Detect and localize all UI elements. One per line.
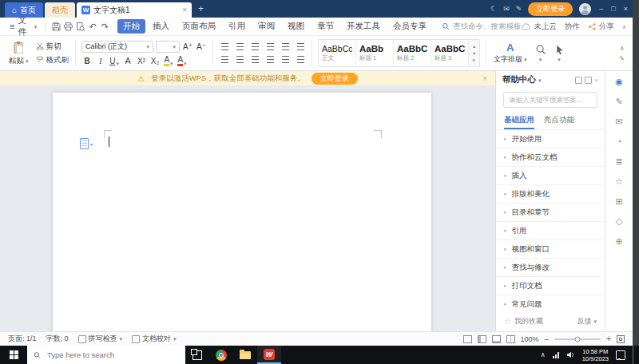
- format-painter-button[interactable]: 格式刷: [36, 55, 69, 65]
- help-panel-expand-icon[interactable]: [585, 77, 592, 84]
- caret-down-icon[interactable]: ▾: [538, 77, 542, 83]
- decrease-font-button[interactable]: A⁻: [196, 41, 207, 52]
- note-icon[interactable]: ✎: [516, 5, 522, 13]
- feedback-button[interactable]: 反馈 ▾: [577, 316, 597, 326]
- mail-icon[interactable]: ✉: [615, 117, 622, 126]
- document-page[interactable]: ▾: [53, 93, 431, 331]
- favorites-button[interactable]: 我的收藏: [514, 316, 543, 326]
- chrome-button[interactable]: [209, 346, 233, 364]
- help-topic-item[interactable]: ▸开始使用: [496, 130, 605, 148]
- justify-button[interactable]: [264, 55, 276, 64]
- zoom-in-button[interactable]: +: [606, 335, 611, 343]
- help-topic-item[interactable]: ▸视图和窗口: [496, 240, 605, 259]
- banner-login-button[interactable]: 立即登录: [312, 73, 358, 85]
- cut-button[interactable]: 剪切: [36, 42, 69, 52]
- collaborate-button[interactable]: 协作: [565, 22, 580, 32]
- pen-icon[interactable]: ✎: [615, 97, 622, 106]
- file-explorer-button[interactable]: [233, 346, 257, 364]
- help-topic-item[interactable]: ▸插入: [496, 167, 605, 185]
- new-tab-button[interactable]: +: [198, 3, 204, 14]
- shading-button[interactable]: [295, 55, 306, 64]
- wps-taskbar-button[interactable]: W: [257, 346, 281, 364]
- show-desktop-button[interactable]: [633, 346, 637, 364]
- banner-close-icon[interactable]: ×: [482, 74, 487, 83]
- avatar[interactable]: [579, 3, 591, 15]
- doc-assistant-button[interactable]: ▾: [80, 138, 93, 149]
- taskbar-search-input[interactable]: [46, 350, 179, 360]
- strikethrough-button[interactable]: A: [122, 55, 133, 66]
- subscript-button[interactable]: X₂: [149, 55, 161, 66]
- font-color-button[interactable]: A▾: [177, 55, 188, 66]
- styles-scroll-up-icon[interactable]: ▴: [473, 43, 475, 49]
- help-tab-highlight[interactable]: 亮点功能: [544, 112, 574, 129]
- ribbon-tab-section[interactable]: 章节: [312, 19, 339, 34]
- highlight-color-button[interactable]: A▾: [163, 55, 174, 66]
- ribbon-tab-developer[interactable]: 开发工具: [341, 19, 386, 34]
- zoom-level[interactable]: 100%: [521, 335, 539, 343]
- shape-icon[interactable]: ◇: [616, 217, 622, 226]
- ribbon-tab-review[interactable]: 审阅: [252, 19, 280, 34]
- numbered-list-button[interactable]: [234, 42, 245, 51]
- view-mode-read-button[interactable]: [506, 335, 515, 343]
- star-icon[interactable]: ☆: [615, 177, 623, 186]
- sort-button[interactable]: [280, 42, 291, 51]
- italic-button[interactable]: I: [95, 55, 106, 66]
- start-button[interactable]: [0, 346, 27, 364]
- plus-icon[interactable]: ⊕: [615, 237, 622, 246]
- minimize-button[interactable]: –: [599, 5, 603, 13]
- increase-font-button[interactable]: A⁺: [182, 41, 193, 52]
- grid-icon[interactable]: ⊞: [615, 197, 622, 206]
- view-mode-page-button[interactable]: [463, 335, 472, 343]
- fullscreen-button[interactable]: [617, 335, 625, 343]
- collapse-toolbar-icon[interactable]: ∧: [620, 45, 625, 52]
- font-name-select[interactable]: Calibri (正文) ▾: [81, 41, 153, 53]
- view-mode-web-button[interactable]: [492, 335, 501, 343]
- message-icon[interactable]: ✉: [503, 5, 510, 13]
- superscript-button[interactable]: X²: [136, 55, 147, 66]
- select-button[interactable]: ▾: [550, 38, 569, 69]
- redo-icon[interactable]: ↷: [100, 21, 110, 33]
- ribbon-tab-member[interactable]: 会员专享: [387, 19, 432, 34]
- clock-icon[interactable]: ◔: [617, 137, 622, 146]
- ribbon-tab-page-layout[interactable]: 页面布局: [177, 19, 221, 34]
- toolbar-pencil-icon[interactable]: ✎: [619, 55, 625, 62]
- list-icon[interactable]: ≣: [615, 157, 622, 166]
- paragraph-marks-button[interactable]: [295, 42, 306, 51]
- underline-button[interactable]: U▾: [109, 55, 120, 66]
- style-normal[interactable]: AaBbCcDd 正文: [319, 40, 356, 66]
- share-button[interactable]: 分享: [588, 22, 614, 32]
- tab-document[interactable]: W 文字文稿1 ×: [77, 2, 192, 18]
- undo-icon[interactable]: ↶: [88, 21, 98, 33]
- line-spacing-button[interactable]: [280, 55, 291, 64]
- style-heading-2[interactable]: AaBbC 标题 2: [394, 40, 431, 66]
- save-icon[interactable]: [51, 21, 62, 33]
- help-topic-item[interactable]: ▸目录和章节: [496, 204, 605, 222]
- text-layout-button[interactable]: A 文字排版 ▾: [490, 38, 531, 69]
- style-heading-1[interactable]: AaBb 标题 1: [356, 40, 394, 66]
- help-panel-close-icon[interactable]: ×: [594, 77, 598, 84]
- paste-button[interactable]: 粘贴 ▾: [5, 38, 33, 69]
- action-center-icon[interactable]: [616, 350, 625, 360]
- login-button[interactable]: 立即登录: [528, 2, 573, 16]
- close-tab-icon[interactable]: ×: [182, 6, 187, 14]
- styles-gallery-expand-icon[interactable]: ≡: [473, 57, 476, 63]
- help-topic-item[interactable]: ▸排版和美化: [496, 185, 605, 204]
- print-icon[interactable]: [63, 21, 73, 33]
- ribbon-tab-insert[interactable]: 插入: [147, 19, 175, 34]
- doc-check-button[interactable]: 文档校对 ▾: [132, 334, 177, 344]
- help-topic-item[interactable]: ▸打印文档: [496, 277, 605, 295]
- align-left-button[interactable]: [219, 55, 230, 64]
- file-menu-button[interactable]: ≡ 文件 ▾: [6, 15, 40, 38]
- zoom-slider-thumb[interactable]: [575, 336, 581, 342]
- tray-expand-icon[interactable]: ∧: [541, 351, 546, 358]
- help-topic-item[interactable]: ▸引用: [496, 222, 605, 240]
- tab-docer[interactable]: 稻壳: [45, 2, 75, 18]
- bold-button[interactable]: B: [81, 55, 93, 66]
- style-heading-3[interactable]: AaBbCc( 标题 3: [431, 40, 469, 66]
- decrease-indent-button[interactable]: [249, 42, 260, 51]
- view-mode-outline-button[interactable]: [478, 335, 486, 343]
- close-button[interactable]: ×: [624, 5, 628, 13]
- task-view-button[interactable]: [185, 346, 209, 364]
- taskbar-clock[interactable]: 10:58 PM 10/9/2023: [582, 348, 609, 362]
- help-search-input[interactable]: [503, 92, 597, 108]
